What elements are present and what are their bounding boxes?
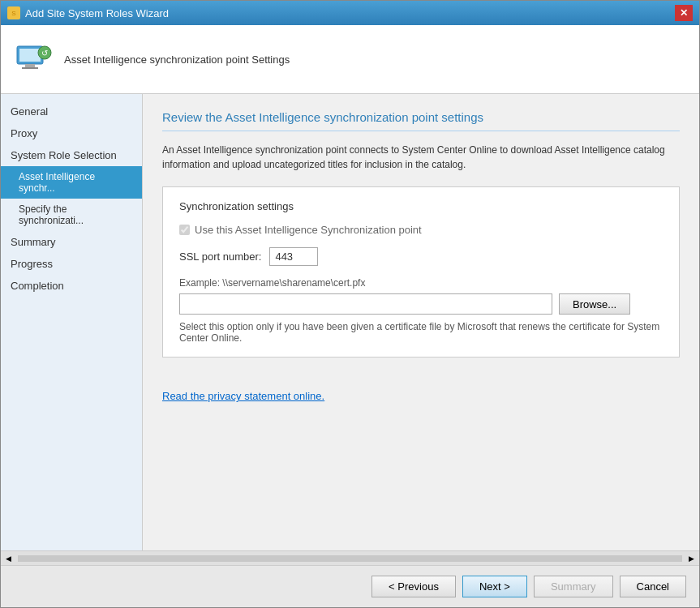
header-icon: ↺ xyxy=(14,40,53,79)
next-button[interactable]: Next > xyxy=(462,576,527,597)
header-subtitle: Asset Intelligence synchronization point… xyxy=(64,54,290,66)
use-ai-sync-label: Use this Asset Intelligence Synchronizat… xyxy=(195,224,422,236)
svg-text:S: S xyxy=(11,10,15,17)
privacy-link[interactable]: Read the privacy statement online. xyxy=(162,390,324,402)
sidebar-item-progress[interactable]: Progress xyxy=(1,253,142,275)
cert-row: Browse... xyxy=(179,293,663,315)
sidebar-item-asset-intelligence[interactable]: Asset Intelligence synchr... xyxy=(1,166,142,199)
sidebar-item-specify-synchronization[interactable]: Specify the synchronizati... xyxy=(1,199,142,231)
cert-path-input[interactable] xyxy=(179,293,552,315)
sync-settings-title: Synchronization settings xyxy=(179,200,663,212)
sidebar: General Proxy System Role Selection Asse… xyxy=(1,94,143,550)
sidebar-item-system-role-selection[interactable]: System Role Selection xyxy=(1,144,142,166)
header-area: ↺ Asset Intelligence synchronization poi… xyxy=(1,25,699,94)
scroll-right-arrow[interactable]: ▶ xyxy=(685,554,698,563)
app-icon-svg: S xyxy=(8,7,19,19)
use-ai-sync-checkbox[interactable] xyxy=(179,225,190,235)
footer: < Previous Next > Summary Cancel xyxy=(1,565,699,607)
svg-rect-3 xyxy=(19,49,41,62)
summary-button: Summary xyxy=(534,576,613,597)
scrollbar-area: ◀ ▶ xyxy=(1,550,699,565)
content-title: Review the Asset Intelligence synchroniz… xyxy=(162,110,680,131)
cancel-button[interactable]: Cancel xyxy=(620,576,686,597)
svg-rect-4 xyxy=(25,64,35,67)
scroll-track[interactable] xyxy=(18,555,682,562)
main-area: General Proxy System Role Selection Asse… xyxy=(1,94,699,550)
window-title: Add Site System Roles Wizard xyxy=(25,7,169,19)
close-button[interactable]: ✕ xyxy=(675,5,693,21)
header-icon-svg: ↺ xyxy=(14,40,53,79)
app-icon: S xyxy=(7,6,20,19)
cert-note: Select this option only if you have been… xyxy=(179,321,663,344)
ssl-row: SSL port number: xyxy=(179,247,663,266)
description-text: An Asset Intelligence synchronization po… xyxy=(162,143,680,172)
svg-text:↺: ↺ xyxy=(41,49,48,58)
sidebar-item-summary[interactable]: Summary xyxy=(1,231,142,253)
wizard-window: S Add Site System Roles Wizard ✕ ↺ Asset… xyxy=(0,0,700,608)
sidebar-item-general[interactable]: General xyxy=(1,101,142,122)
checkbox-row: Use this Asset Intelligence Synchronizat… xyxy=(179,224,663,236)
svg-rect-5 xyxy=(22,67,38,69)
title-bar-left: S Add Site System Roles Wizard xyxy=(7,6,169,19)
scroll-left-arrow[interactable]: ◀ xyxy=(2,554,15,563)
ssl-port-input[interactable] xyxy=(269,247,318,266)
browse-button[interactable]: Browse... xyxy=(559,293,630,315)
ssl-label: SSL port number: xyxy=(179,250,261,263)
example-text: Example: \\servername\sharename\cert.pfx xyxy=(179,277,663,289)
content-area: Review the Asset Intelligence synchroniz… xyxy=(143,94,699,550)
previous-button[interactable]: < Previous xyxy=(371,576,456,597)
sync-settings-box: Synchronization settings Use this Asset … xyxy=(162,186,680,358)
title-bar: S Add Site System Roles Wizard ✕ xyxy=(1,1,699,25)
sidebar-item-proxy[interactable]: Proxy xyxy=(1,122,142,144)
sidebar-item-completion[interactable]: Completion xyxy=(1,275,142,297)
